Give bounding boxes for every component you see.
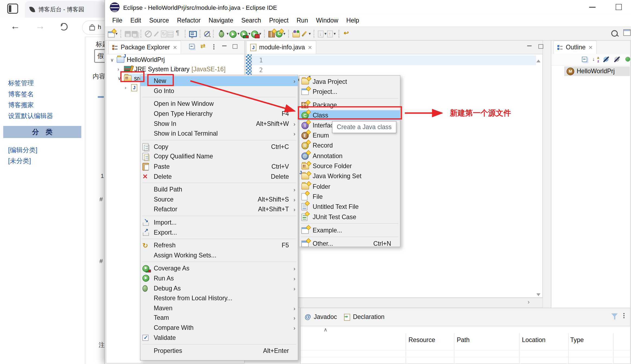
tab-javadoc[interactable]: @ Javadoc (305, 308, 337, 326)
tab-tray-icon[interactable] (7, 4, 18, 14)
menu-item-delete[interactable]: DeleteDelete (141, 171, 298, 181)
menu-item-annotation[interactable]: @Annotation (299, 151, 400, 161)
previous-annotation-button[interactable]: ▾ (327, 30, 336, 37)
chevron-down-icon[interactable]: ∨ (117, 75, 124, 81)
menu-item-project[interactable]: Project... (299, 87, 400, 97)
close-icon[interactable]: ✕ (588, 44, 593, 50)
column-divider[interactable] (406, 333, 406, 364)
menu-item-compare-with[interactable]: Compare With› (141, 323, 298, 333)
skip-breakpoints-button[interactable] (145, 30, 152, 37)
last-edit-location-button[interactable] (343, 30, 350, 37)
sidebar-link-0[interactable]: 标签管理 (8, 79, 34, 88)
collapse-all-icon[interactable] (582, 57, 587, 62)
sort-icon[interactable]: az (593, 57, 599, 62)
mark-occurrences-button[interactable] (204, 30, 210, 37)
menu-item-package[interactable]: Package (299, 100, 400, 110)
minimize-view-icon[interactable] (222, 46, 227, 46)
menu-item-run-as[interactable]: Run As› (141, 273, 298, 283)
console-button[interactable] (189, 30, 197, 37)
forward-button[interactable]: → (36, 21, 45, 32)
sidebar-link-1[interactable]: 博客签名 (8, 90, 34, 98)
close-icon[interactable]: ✕ (173, 44, 177, 50)
expand-icon[interactable]: ∧ (324, 327, 327, 333)
debug-button[interactable]: ▾ (217, 30, 229, 37)
menu-item-new[interactable]: New› (141, 76, 298, 86)
view-menu-icon[interactable] (623, 313, 624, 314)
dropdown-caret-icon[interactable]: ▾ (283, 31, 285, 36)
tab-package-explorer[interactable]: Package Explorer ✕ (108, 41, 181, 54)
new-wizard-button[interactable]: ▾ (108, 30, 118, 37)
sidebar-link-2[interactable]: 博客搬家 (8, 101, 34, 109)
column-header-type[interactable]: Type (570, 336, 584, 344)
back-button[interactable]: ← (11, 21, 20, 32)
menu-item-example[interactable]: Example... (299, 225, 400, 236)
scroll-right-icon[interactable]: › (528, 299, 530, 305)
save-all-button[interactable] (132, 30, 138, 37)
menu-help[interactable]: Help (342, 17, 363, 24)
minimize-view-icon[interactable] (527, 46, 531, 46)
menu-refactor[interactable]: Refactor (173, 17, 205, 24)
view-menu-icon[interactable] (213, 44, 214, 45)
menu-item-maven[interactable]: Maven› (141, 303, 298, 313)
menu-item-open-in-new-window[interactable]: Open in New Window (141, 99, 298, 109)
collapse-all-icon[interactable] (189, 44, 194, 49)
tree-item-jre[interactable]: › JRE System Library [JavaSE-16] (117, 64, 225, 74)
menu-item-copy-qualified-name[interactable]: Copy Qualified Name (141, 152, 298, 161)
next-annotation-button[interactable]: ▾ (318, 30, 326, 37)
coverage-button[interactable]: ▾ (240, 30, 250, 38)
dropdown-caret-icon[interactable]: ▾ (324, 31, 326, 36)
sidebar-link-3[interactable]: 设置默认编辑器 (8, 112, 53, 120)
menu-run[interactable]: Run (292, 17, 312, 24)
build-button[interactable] (161, 30, 167, 37)
minimize-button[interactable] (589, 7, 596, 8)
column-divider[interactable] (519, 333, 520, 364)
column-divider[interactable] (613, 333, 614, 364)
maximize-button[interactable] (616, 4, 622, 10)
menu-item-assign-working-sets[interactable]: Assign Working Sets... (141, 250, 298, 260)
menu-item-team[interactable]: Team› (141, 313, 298, 323)
filter-icon[interactable] (611, 314, 618, 317)
column-divider[interactable] (454, 333, 454, 364)
menu-item-export[interactable]: Export... (141, 228, 298, 237)
menu-item-coverage-as[interactable]: Coverage As› (141, 264, 298, 273)
maximize-view-icon[interactable] (232, 44, 237, 49)
browser-tab[interactable]: 博客后台 - 博客园 (25, 1, 106, 18)
menu-item-build-path[interactable]: Build Path› (141, 185, 298, 194)
tab-outline[interactable]: Outline ✕ (553, 41, 597, 54)
menu-item-import[interactable]: Import... (141, 218, 298, 227)
menu-item-java-project[interactable]: JJava Project (299, 76, 400, 87)
menu-navigate[interactable]: Navigate (205, 17, 237, 24)
scroll-down-icon[interactable] (536, 293, 540, 298)
menu-item-debug-as[interactable]: Debug As› (141, 283, 298, 293)
menu-item-folder[interactable]: Folder (299, 181, 400, 192)
hide-non-public-icon[interactable] (625, 57, 630, 62)
menu-window[interactable]: Window (312, 17, 342, 24)
outline-item-module[interactable]: M HelloWorldPrj (564, 66, 630, 76)
menu-search[interactable]: Search (237, 17, 265, 24)
menu-item-properties[interactable]: PropertiesAlt+Enter (141, 346, 298, 356)
profile-button[interactable]: ▾ (251, 30, 261, 38)
column-header-location[interactable]: Location (522, 336, 546, 344)
chevron-right-icon[interactable]: › (125, 85, 131, 90)
category-link-1[interactable]: [未分类] (8, 157, 31, 165)
chevron-down-icon[interactable]: ∨ (110, 57, 117, 63)
menu-item-refactor[interactable]: RefactorAlt+Shift+T› (141, 205, 298, 214)
menu-project[interactable]: Project (265, 17, 292, 24)
menu-item-source[interactable]: SourceAlt+Shift+S› (141, 194, 298, 204)
menu-item-class[interactable]: CClass (299, 110, 400, 120)
menu-item-untitled-text-file[interactable]: Untitled Text File (299, 202, 400, 212)
menu-item-refresh[interactable]: RefreshF5 (141, 241, 298, 250)
tree-item-hidden[interactable]: › J (125, 83, 140, 92)
pencil-button[interactable] (152, 30, 160, 37)
dropdown-caret-icon[interactable]: ▾ (237, 31, 239, 36)
menu-item-copy[interactable]: CopyCtrl+C (141, 142, 298, 152)
menu-source[interactable]: Source (145, 17, 173, 24)
perspective-icon[interactable] (623, 29, 631, 36)
menu-item-restore-from-local-history[interactable]: Restore from Local History... (141, 293, 298, 303)
tree-item-project[interactable]: ∨ J HelloWorldPrj (110, 55, 165, 64)
menu-item-open-type-hierarchy[interactable]: Open Type HierarchyF4 (141, 109, 298, 119)
dropdown-caret-icon[interactable]: ▾ (116, 31, 117, 36)
menu-item-validate[interactable]: Validate (141, 333, 298, 343)
tab-module-info[interactable]: J module-info.java ✕ (246, 41, 316, 54)
menu-item-junit-test-case[interactable]: JUnit Test Case (299, 212, 400, 222)
